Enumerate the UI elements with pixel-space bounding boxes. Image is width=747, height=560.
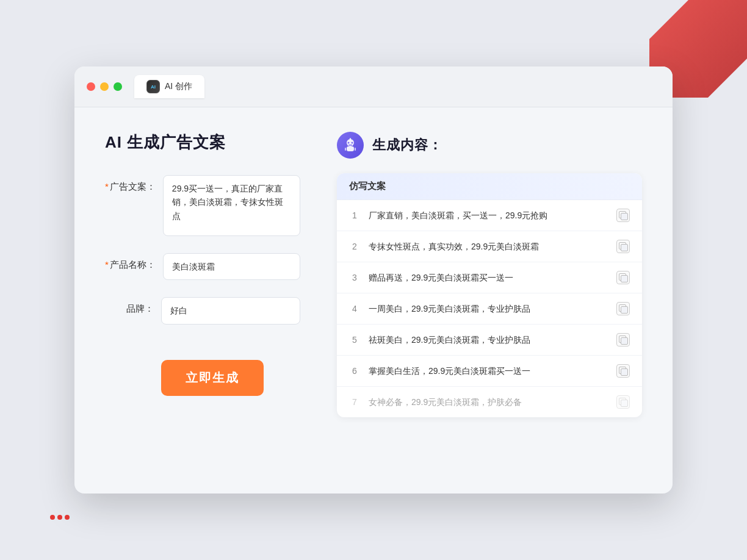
title-bar: AI AI 创作: [74, 66, 673, 107]
result-header: 生成内容：: [337, 132, 642, 159]
row-text: 掌握美白生活，29.9元美白淡斑霜买一送一: [369, 365, 608, 378]
close-button[interactable]: [87, 82, 95, 91]
copy-icon[interactable]: [616, 209, 630, 222]
row-number: 6: [349, 366, 360, 376]
left-panel: AI 生成广告文案 *广告文案： 29.9买一送一，真正的厂家直销，美白淡斑霜，…: [105, 132, 300, 449]
row-number: 4: [349, 304, 360, 314]
table-row: 5 祛斑美白，29.9元美白淡斑霜，专业护肤品: [337, 325, 642, 356]
brand-field-group: 品牌：: [105, 297, 300, 324]
copy-icon[interactable]: [616, 240, 630, 253]
product-name-input[interactable]: [163, 253, 300, 280]
decoration-dots: [49, 512, 71, 523]
svg-rect-8: [355, 148, 356, 151]
row-text: 祛斑美白，29.9元美白淡斑霜，专业护肤品: [369, 334, 608, 346]
minimize-button[interactable]: [100, 82, 109, 91]
svg-point-3: [352, 142, 353, 144]
brand-input[interactable]: [161, 297, 300, 324]
svg-rect-4: [348, 145, 352, 146]
main-content: AI 生成广告文案 *广告文案： 29.9买一送一，真正的厂家直销，美白淡斑霜，…: [74, 107, 673, 473]
table-row: 4 一周美白，29.9元美白淡斑霜，专业护肤品: [337, 293, 642, 325]
copy-icon[interactable]: [616, 395, 630, 409]
copy-icon[interactable]: [616, 302, 630, 315]
table-row: 6 掌握美白生活，29.9元美白淡斑霜买一送一: [337, 356, 642, 387]
svg-point-2: [348, 142, 350, 144]
page-title: AI 生成广告文案: [105, 132, 300, 153]
generate-button[interactable]: 立即生成: [161, 360, 264, 396]
required-star-1: *: [105, 181, 109, 192]
copy-icon[interactable]: [616, 271, 630, 284]
product-name-field-group: *产品名称：: [105, 253, 300, 280]
copy-icon[interactable]: [616, 364, 630, 378]
result-title: 生成内容：: [372, 136, 442, 154]
row-text: 厂家直销，美白淡斑霜，买一送一，29.9元抢购: [369, 209, 608, 222]
row-text: 专抹女性斑点，真实功效，29.9元美白淡斑霜: [369, 240, 608, 253]
table-row: 2 专抹女性斑点，真实功效，29.9元美白淡斑霜: [337, 231, 642, 262]
ad-copy-field-group: *广告文案： 29.9买一送一，真正的厂家直销，美白淡斑霜，专抹女性斑点: [105, 175, 300, 236]
table-row: 7 女神必备，29.9元美白淡斑霜，护肤必备: [337, 387, 642, 417]
ai-creation-tab[interactable]: AI AI 创作: [134, 75, 204, 98]
row-number: 5: [349, 335, 360, 345]
product-name-label: *产品名称：: [105, 253, 156, 271]
table-row: 1 厂家直销，美白淡斑霜，买一送一，29.9元抢购: [337, 200, 642, 231]
required-star-2: *: [105, 259, 109, 270]
ai-tab-icon: AI: [146, 80, 160, 93]
row-number: 2: [349, 242, 360, 251]
browser-window: AI AI 创作 AI 生成广告文案 *广告文案： 29.9买一送一，真正的厂家…: [74, 66, 673, 494]
maximize-button[interactable]: [114, 82, 122, 91]
result-table: 仿写文案 1 厂家直销，美白淡斑霜，买一送一，29.9元抢购 2 专抹女性斑点，…: [337, 173, 642, 417]
row-number: 7: [349, 397, 360, 407]
result-rows-container: 1 厂家直销，美白淡斑霜，买一送一，29.9元抢购 2 专抹女性斑点，真实功效，…: [337, 200, 642, 417]
ad-copy-input[interactable]: 29.9买一送一，真正的厂家直销，美白淡斑霜，专抹女性斑点: [163, 175, 300, 236]
row-number: 3: [349, 273, 360, 282]
row-text: 一周美白，29.9元美白淡斑霜，专业护肤品: [369, 303, 608, 315]
svg-rect-7: [345, 148, 346, 151]
row-text: 赠品再送，29.9元美白淡斑霜买一送一: [369, 271, 608, 284]
table-row: 3 赠品再送，29.9元美白淡斑霜买一送一: [337, 262, 642, 293]
tab-label: AI 创作: [165, 81, 192, 92]
row-text: 女神必备，29.9元美白淡斑霜，护肤必备: [369, 396, 608, 409]
traffic-lights: [87, 82, 122, 91]
svg-rect-1: [347, 146, 354, 151]
result-table-header: 仿写文案: [337, 173, 642, 200]
right-panel: 生成内容： 仿写文案 1 厂家直销，美白淡斑霜，买一送一，29.9元抢购 2 专…: [337, 132, 642, 449]
ad-copy-label: *广告文案：: [105, 175, 156, 193]
brand-label: 品牌：: [105, 297, 154, 315]
robot-icon: [337, 132, 364, 159]
copy-icon[interactable]: [616, 333, 630, 346]
svg-point-6: [350, 138, 351, 139]
row-number: 1: [349, 210, 360, 220]
